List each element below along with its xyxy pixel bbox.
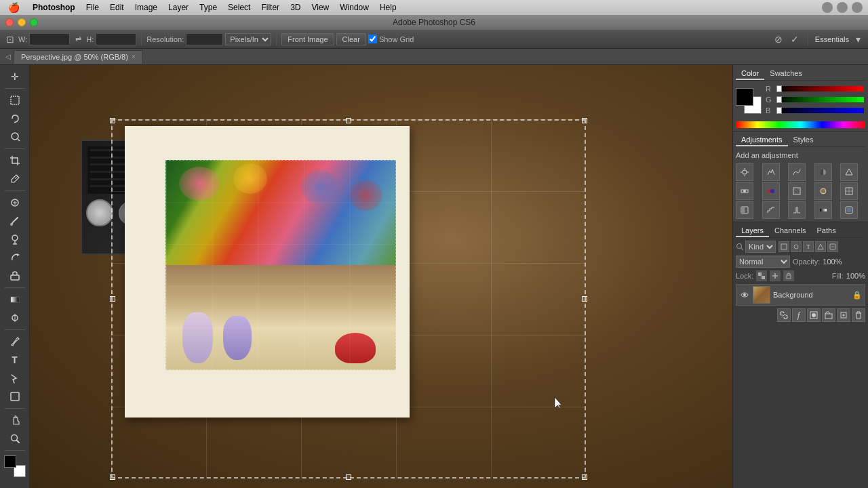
crop-tool[interactable] [6, 152, 24, 169]
collapse-btn-left[interactable]: ◁ [3, 53, 14, 60]
exposure-adj-icon[interactable] [814, 163, 832, 181]
window-menu[interactable]: Window [334, 0, 374, 15]
show-grid-check[interactable]: Show Grid [368, 35, 414, 43]
color-tab[interactable]: Color [736, 68, 764, 80]
layer-menu[interactable]: Layer [163, 0, 194, 15]
help-menu[interactable]: Help [374, 0, 402, 15]
red-slider[interactable] [776, 86, 864, 92]
channel-mixer-adj-icon[interactable] [840, 182, 858, 200]
healing-brush-tool[interactable] [6, 194, 24, 211]
file-menu[interactable]: File [81, 0, 104, 15]
clone-stamp-tool[interactable] [6, 230, 24, 248]
pen-tool[interactable] [6, 333, 24, 350]
window-controls[interactable] [5, 18, 38, 26]
tool-preset-icon[interactable]: ⊡ [4, 33, 16, 45]
minimize-window-btn[interactable] [18, 18, 26, 26]
eraser-tool[interactable] [6, 267, 24, 285]
select-menu[interactable]: Select [222, 0, 256, 15]
curves-adj-icon[interactable] [788, 163, 806, 181]
app-name-menu[interactable]: Photoshop [27, 0, 81, 15]
adjustment-filter-icon[interactable] [791, 241, 802, 252]
height-input[interactable] [96, 33, 136, 45]
lock-all-icon[interactable] [783, 270, 794, 281]
background-layer-row[interactable]: Background 🔒 [736, 284, 865, 306]
color-spectrum-bar[interactable] [736, 121, 865, 128]
transform-handle-tl[interactable] [110, 118, 115, 123]
swatches-tab[interactable]: Swatches [764, 68, 808, 80]
add-layer-style-btn[interactable]: ƒ [792, 308, 806, 322]
cancel-transform-icon[interactable]: ⊘ [772, 33, 785, 45]
dodge-tool[interactable] [6, 309, 24, 327]
marquee-tool[interactable] [6, 92, 24, 109]
new-group-btn[interactable] [822, 308, 835, 322]
document-tab[interactable]: Perspective.jpg @ 50% (RGB/8) × [14, 50, 143, 64]
foreground-color-swatch[interactable] [4, 455, 16, 468]
lock-move-icon[interactable] [770, 270, 781, 281]
transform-handle-tr[interactable] [582, 118, 587, 123]
layers-tab[interactable]: Layers [736, 225, 769, 237]
paths-tab[interactable]: Paths [812, 225, 842, 237]
delete-layer-btn[interactable] [852, 308, 865, 322]
posterize-adj-icon[interactable] [762, 201, 780, 219]
vibrance-adj-icon[interactable] [840, 163, 858, 181]
threshold-adj-icon[interactable] [788, 201, 806, 219]
kind-filter-select[interactable]: Kind [745, 241, 776, 253]
resolution-input[interactable] [186, 33, 223, 45]
essentials-dropdown-icon[interactable]: ▾ [852, 33, 864, 45]
color-balance-adj-icon[interactable] [762, 182, 780, 200]
maximize-window-btn[interactable] [30, 18, 38, 26]
swap-wh-icon[interactable]: ⇌ [72, 33, 84, 45]
brightness-adj-icon[interactable] [736, 163, 753, 181]
tab-close-btn[interactable]: × [132, 50, 136, 64]
edit-menu[interactable]: Edit [104, 0, 130, 15]
transform-handle-bm[interactable] [346, 474, 351, 480]
filter-menu[interactable]: Filter [256, 0, 285, 15]
black-white-adj-icon[interactable] [788, 182, 806, 200]
eyedropper-tool[interactable] [6, 170, 24, 188]
channels-tab[interactable]: Channels [769, 225, 811, 237]
transform-handle-mr[interactable] [582, 296, 587, 302]
transform-handle-br[interactable] [582, 474, 587, 480]
fg-color-swatch[interactable] [736, 88, 753, 106]
add-mask-btn[interactable] [807, 308, 821, 322]
styles-tab[interactable]: Styles [788, 134, 819, 146]
layer-visibility-toggle[interactable] [739, 289, 750, 300]
front-image-button[interactable]: Front Image [281, 33, 334, 45]
move-tool[interactable]: ✛ [6, 68, 24, 85]
show-grid-checkbox[interactable] [368, 35, 377, 43]
fg-bg-swatches[interactable] [736, 88, 762, 114]
shape-filter-icon[interactable] [815, 241, 826, 252]
shape-tool[interactable] [6, 388, 24, 405]
new-layer-btn[interactable] [837, 308, 850, 322]
image-menu[interactable]: Image [130, 0, 163, 15]
type-tool[interactable]: T [6, 351, 24, 369]
invert-adj-icon[interactable] [736, 201, 753, 219]
brush-tool[interactable] [6, 212, 24, 230]
transform-handle-bl[interactable] [110, 474, 115, 480]
3d-menu[interactable]: 3D [285, 0, 306, 15]
link-layers-btn[interactable] [777, 308, 791, 322]
view-menu[interactable]: View [306, 0, 334, 15]
pixel-filter-icon[interactable] [778, 241, 789, 252]
apple-menu[interactable]: 🍎 [0, 2, 27, 13]
transform-handle-tm[interactable] [346, 118, 351, 123]
clear-button[interactable]: Clear [336, 33, 366, 45]
close-window-btn[interactable] [5, 18, 14, 26]
gradient-map-adj-icon[interactable] [814, 201, 832, 219]
history-brush-tool[interactable] [6, 249, 24, 266]
levels-adj-icon[interactable] [762, 163, 780, 181]
zoom-tool[interactable] [6, 430, 24, 447]
smart-filter-icon[interactable] [827, 241, 838, 252]
hand-tool[interactable] [6, 411, 24, 429]
photo-filter-adj-icon[interactable] [814, 182, 832, 200]
resolution-unit-select[interactable]: Pixels/In [225, 33, 271, 45]
type-menu[interactable]: Type [194, 0, 222, 15]
commit-transform-icon[interactable]: ✓ [789, 33, 801, 45]
fg-bg-color-picker[interactable] [2, 453, 28, 479]
adjustments-tab[interactable]: Adjustments [736, 134, 788, 146]
blue-slider[interactable] [776, 108, 864, 113]
width-input[interactable] [29, 33, 70, 45]
green-slider[interactable] [776, 97, 864, 102]
path-select-tool[interactable] [6, 369, 24, 387]
gradient-tool[interactable] [6, 291, 24, 308]
